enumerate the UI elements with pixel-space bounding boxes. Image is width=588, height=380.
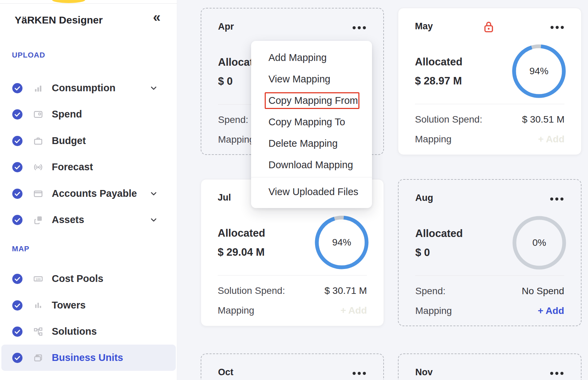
check-circle-icon[interactable] (12, 215, 22, 225)
spend-label: Spend: (218, 114, 248, 125)
allocated-label: Allocated (415, 227, 463, 240)
sidebar-collapse-icon[interactable]: « (153, 10, 160, 24)
chevron-down-icon[interactable] (149, 189, 158, 198)
donut-percent: 94% (315, 216, 369, 269)
lock-icon (483, 21, 494, 33)
donut-percent: 94% (512, 44, 566, 98)
card-divider (415, 275, 564, 276)
chevron-down-icon[interactable] (149, 216, 158, 224)
add-mapping-button[interactable]: + Add (538, 305, 564, 316)
svg-text:100: 100 (35, 277, 41, 281)
month-label: Jul (218, 192, 231, 203)
card-divider (415, 104, 564, 104)
org-chart-icon (33, 327, 43, 337)
menu-item-view-mapping[interactable]: View Mapping (251, 68, 372, 90)
broadcast-icon (33, 162, 43, 172)
sidebar-item-label: Assets (52, 214, 84, 225)
spend-value: $ 30.71 M (324, 285, 367, 296)
month-card-may: May Allocated $ 28.97 M 94% Solution Spe… (398, 8, 582, 155)
sidebar-item-label: Forecast (52, 161, 93, 173)
app-logo (52, 0, 85, 3)
bar-chart-icon (33, 83, 43, 93)
spend-label: Spend: (415, 286, 446, 297)
allocated-value: $ 29.04 M (218, 246, 265, 258)
spend-value: $ 30.51 M (522, 114, 564, 125)
menu-item-delete-mapping[interactable]: Delete Mapping (251, 133, 372, 154)
sidebar-item-business-units[interactable]: Business Units (1, 345, 176, 371)
add-mapping-button: + Add (340, 305, 367, 316)
check-circle-icon[interactable] (12, 327, 22, 337)
card-menu-button[interactable] (551, 26, 564, 29)
menu-item-copy-mapping-to[interactable]: Copy Mapping To (251, 111, 372, 133)
month-label: Apr (218, 21, 234, 32)
mapping-label: Mapping (218, 134, 254, 145)
bars-icon (33, 300, 43, 311)
allocated-label: Allocated (415, 56, 463, 68)
sidebar-item-forecast[interactable]: Forecast (0, 154, 177, 180)
menu-item-add-mapping[interactable]: Add Mapping (251, 47, 372, 68)
header-divider (0, 3, 177, 4)
app-title: YäRKEN Designer (15, 14, 103, 26)
menu-item-copy-mapping-from[interactable]: Copy Mapping From (251, 90, 372, 111)
menu-item-download-mapping[interactable]: Download Mapping (251, 154, 372, 176)
sidebar-item-label: Towers (52, 300, 86, 311)
month-card-aug: Aug Allocated $ 0 0% Spend: No Spend Map… (398, 179, 582, 326)
check-circle-icon[interactable] (12, 274, 22, 284)
briefcase-icon (33, 136, 43, 146)
card-menu-button[interactable] (353, 372, 366, 375)
suitcase-icon (33, 353, 43, 363)
sidebar-item-label: Solutions (52, 326, 97, 337)
check-circle-icon[interactable] (12, 353, 22, 363)
section-header-upload: UPLOAD (12, 51, 45, 60)
allocated-value: $ 28.97 M (415, 75, 462, 87)
red-highlight-box (265, 92, 359, 109)
mapping-label: Mapping (415, 134, 451, 145)
mapping-label: Mapping (218, 305, 254, 316)
allocated-label: Allocated (218, 227, 265, 239)
sidebar-item-budget[interactable]: Budget (0, 128, 177, 154)
spend-value: No Spend (522, 286, 564, 297)
sidebar-item-towers[interactable]: Towers (0, 292, 177, 318)
sidebar-item-consumption[interactable]: Consumption (0, 75, 177, 101)
check-circle-icon[interactable] (12, 83, 22, 93)
allocated-value: $ 0 (415, 247, 430, 259)
sidebar-item-accounts-payable[interactable]: Accounts Payable (0, 180, 177, 207)
banknote-icon: 100 (33, 274, 43, 284)
month-label: Aug (415, 193, 433, 203)
sidebar-item-label: Budget (52, 135, 86, 146)
card-menu-button[interactable] (550, 197, 563, 201)
sidebar-item-label: Consumption (52, 82, 115, 94)
card-divider (218, 275, 367, 275)
menu-item-view-uploaded-files[interactable]: View Uploaded Files (251, 179, 372, 204)
sidebar: YäRKEN Designer « UPLOAD MAP Consumption… (0, 0, 177, 380)
card-context-menu: Add Mapping View Mapping Copy Mapping Fr… (251, 41, 372, 208)
sidebar-item-label: Business Units (52, 352, 123, 363)
sidebar-item-solutions[interactable]: Solutions (0, 318, 177, 345)
check-circle-icon[interactable] (12, 189, 22, 199)
sidebar-item-spend[interactable]: Spend (0, 101, 177, 127)
allocation-donut: 94% (512, 44, 566, 98)
card-menu-button[interactable] (550, 372, 563, 375)
month-label: Nov (415, 367, 433, 378)
month-card-nov: Nov (398, 353, 582, 380)
sidebar-item-cost-pools[interactable]: 100 Cost Pools (0, 266, 177, 292)
allocation-donut: 0% (512, 216, 566, 270)
card-menu-button[interactable] (353, 26, 366, 29)
spend-label: Solution Spend: (415, 114, 482, 125)
sidebar-item-label: Spend (52, 109, 82, 120)
add-mapping-button: + Add (538, 134, 564, 145)
allocation-donut: 94% (315, 216, 369, 269)
check-circle-icon[interactable] (12, 162, 22, 172)
sidebar-item-assets[interactable]: Assets (0, 207, 177, 233)
month-card-oct: Oct (201, 353, 384, 380)
menu-divider (251, 177, 372, 177)
donut-percent: 0% (512, 216, 566, 270)
spend-label: Solution Spend: (218, 285, 285, 296)
credit-card-icon (33, 189, 43, 199)
month-label: May (415, 21, 433, 32)
check-circle-icon[interactable] (12, 300, 22, 311)
chevron-down-icon[interactable] (149, 84, 158, 93)
check-circle-icon[interactable] (12, 109, 22, 120)
section-header-map: MAP (12, 244, 29, 253)
check-circle-icon[interactable] (12, 136, 22, 146)
